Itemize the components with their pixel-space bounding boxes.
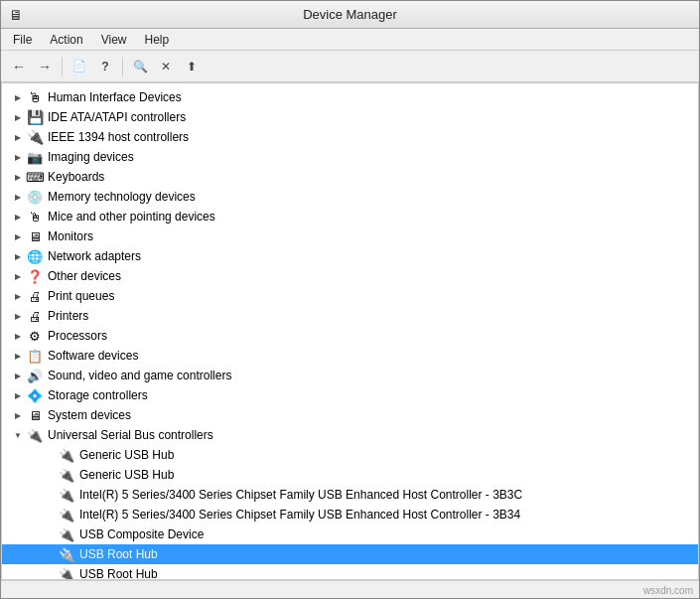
expand-arrow[interactable] [10, 308, 26, 324]
watermark: wsxdn.com [643, 585, 693, 596]
device-tree-panel[interactable]: 🖱 Human Interface Devices 💾 IDE ATA/ATAP… [1, 82, 699, 580]
item-label: USB Root Hub [79, 547, 158, 561]
forward-button[interactable]: → [33, 55, 57, 78]
item-icon: 📋 [26, 347, 44, 365]
item-icon: 🌐 [26, 247, 44, 265]
tree-item-usb-intel1[interactable]: 🔌 Intel(R) 5 Series/3400 Series Chipset … [2, 485, 698, 505]
tree-item-other[interactable]: ❓ Other devices [2, 266, 698, 286]
title-bar-icon: 🖥 [9, 7, 23, 23]
expand-arrow[interactable] [10, 129, 26, 145]
tree-item-keyboards[interactable]: ⌨ Keyboards [2, 167, 698, 187]
expand-arrow[interactable] [10, 328, 26, 344]
expand-arrow[interactable] [10, 368, 26, 383]
item-label: IDE ATA/ATAPI controllers [48, 110, 186, 124]
tree-item-usb-intel2[interactable]: 🔌 Intel(R) 5 Series/3400 Series Chipset … [2, 505, 698, 524]
device-tree: 🖱 Human Interface Devices 💾 IDE ATA/ATAP… [2, 83, 698, 580]
expand-arrow [42, 566, 58, 580]
item-icon: 💠 [26, 386, 44, 404]
item-icon: ❓ [26, 267, 44, 285]
item-label: Other devices [48, 269, 121, 283]
tree-item-human-interface[interactable]: 🖱 Human Interface Devices [2, 87, 698, 107]
item-label: Imaging devices [48, 150, 134, 164]
tree-item-print-queues[interactable]: 🖨 Print queues [2, 286, 698, 306]
item-label: Universal Serial Bus controllers [48, 428, 213, 442]
tree-item-usb-hub2[interactable]: 🔌 Generic USB Hub [2, 465, 698, 485]
tree-item-usb-root1[interactable]: 🔌 USB Root Hub [2, 544, 698, 564]
item-icon: 🖥 [26, 406, 44, 424]
tree-item-memory[interactable]: 💿 Memory technology devices [2, 187, 698, 207]
expand-arrow[interactable] [10, 109, 26, 125]
expand-arrow-usb[interactable] [10, 427, 26, 443]
expand-arrow[interactable] [10, 228, 26, 244]
tree-item-ieee[interactable]: 🔌 IEEE 1394 host controllers [2, 127, 698, 147]
expand-arrow [42, 447, 58, 463]
tree-item-usb-composite[interactable]: 🔌 USB Composite Device [2, 524, 698, 544]
separator-2 [122, 57, 123, 76]
tree-item-system[interactable]: 🖥 System devices [2, 405, 698, 425]
item-label: Keyboards [48, 170, 104, 184]
tree-item-processors[interactable]: ⚙ Processors [2, 326, 698, 346]
tree-item-usb-hub1[interactable]: 🔌 Generic USB Hub [2, 445, 698, 465]
back-button[interactable]: ← [7, 55, 31, 78]
expand-arrow[interactable] [10, 268, 26, 284]
item-label: Mice and other pointing devices [48, 210, 215, 224]
title-bar: 🖥 Device Manager [1, 1, 699, 29]
menu-help[interactable]: Help [137, 31, 178, 49]
item-icon: 🖱 [26, 88, 44, 106]
expand-arrow[interactable] [10, 348, 26, 364]
separator-1 [62, 57, 63, 76]
tree-item-storage[interactable]: 💠 Storage controllers [2, 385, 698, 405]
item-label: Software devices [48, 349, 138, 363]
expand-arrow[interactable] [10, 169, 26, 185]
tree-item-usb-root2[interactable]: 🔌 USB Root Hub [2, 564, 698, 580]
expand-arrow[interactable] [10, 407, 26, 423]
item-label: Memory technology devices [48, 190, 196, 204]
expand-arrow[interactable] [10, 149, 26, 165]
item-label: Network adapters [48, 249, 141, 263]
expand-arrow[interactable] [10, 189, 26, 205]
update-button[interactable]: ⬆ [180, 55, 204, 78]
tree-item-mice[interactable]: 🖱 Mice and other pointing devices [2, 207, 698, 226]
item-label: Storage controllers [48, 388, 148, 402]
item-icon: 🔌 [58, 466, 75, 484]
tree-item-network[interactable]: 🌐 Network adapters [2, 246, 698, 266]
item-icon: 💾 [26, 108, 44, 126]
expand-arrow[interactable] [10, 209, 26, 225]
menu-action[interactable]: Action [42, 31, 90, 49]
tree-item-usb[interactable]: 🔌 Universal Serial Bus controllers [2, 425, 698, 445]
scan-button[interactable]: 🔍 [128, 55, 152, 78]
item-icon: 🔊 [26, 367, 44, 384]
menu-view[interactable]: View [93, 31, 135, 49]
item-icon: 🔌 [58, 565, 75, 580]
item-label: Monitors [48, 229, 93, 243]
item-label: Sound, video and game controllers [48, 369, 231, 382]
item-label: USB Composite Device [79, 527, 204, 541]
uninstall-button[interactable]: ✕ [154, 55, 178, 78]
expand-arrow[interactable] [10, 387, 26, 403]
item-icon: 🔌 [58, 446, 75, 464]
expand-arrow[interactable] [10, 288, 26, 304]
item-icon: 🔌 [58, 525, 75, 543]
expand-arrow[interactable] [10, 89, 26, 105]
tree-item-monitors[interactable]: 🖥 Monitors [2, 226, 698, 246]
help-button[interactable]: ? [93, 55, 117, 78]
menu-file[interactable]: File [5, 31, 40, 49]
menu-bar: File Action View Help [1, 29, 699, 51]
tree-item-printers[interactable]: 🖨 Printers [2, 306, 698, 326]
tree-item-ide[interactable]: 💾 IDE ATA/ATAPI controllers [2, 107, 698, 127]
item-icon: ⚙ [26, 327, 44, 345]
window-title: Device Manager [303, 7, 397, 22]
item-icon: 🖨 [26, 287, 44, 305]
expand-arrow[interactable] [10, 248, 26, 264]
item-label: System devices [48, 408, 131, 422]
properties-button[interactable]: 📄 [68, 55, 91, 78]
tree-item-sound[interactable]: 🔊 Sound, video and game controllers [2, 366, 698, 385]
toolbar: ← → 📄 ? 🔍 ✕ ⬆ [1, 51, 699, 82]
item-icon: 💿 [26, 188, 44, 206]
tree-item-imaging[interactable]: 📷 Imaging devices [2, 147, 698, 167]
item-icon: 🖥 [26, 227, 44, 245]
item-icon: 🖱 [26, 208, 44, 225]
tree-item-software[interactable]: 📋 Software devices [2, 346, 698, 366]
item-label: Printers [48, 309, 88, 323]
item-label: Generic USB Hub [79, 468, 174, 482]
